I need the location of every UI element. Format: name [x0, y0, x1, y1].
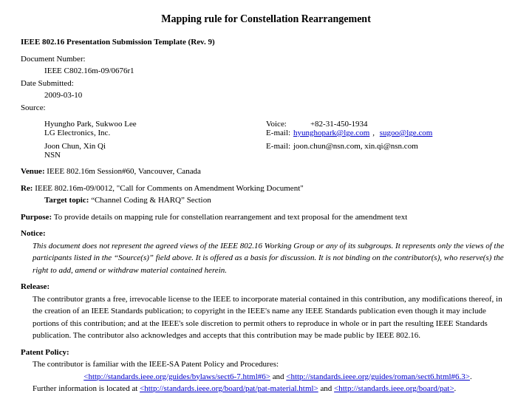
doc-number-label: Document Number: — [21, 52, 511, 65]
author2-org: NSN — [44, 150, 266, 159]
email-label1: E-mail: — [266, 128, 290, 137]
voice-label: Voice: — [266, 119, 287, 128]
page-title: Mapping rule for Constellation Rearrange… — [21, 13, 511, 25]
re-value: IEEE 802.16m-09/0012, "Call for Comments… — [35, 183, 304, 192]
purpose-label: Purpose: — [21, 212, 52, 221]
author2-name: Joon Chun, Xin Qi — [44, 141, 266, 150]
patent-text1: The contributor is familiar with the IEE… — [33, 359, 279, 368]
patent-link2[interactable]: <http://standards.ieee.org/guides/roman/… — [286, 372, 470, 381]
venue-text: IEEE 802.16m Session#60, Vancouver, Cana… — [47, 166, 201, 175]
re-label: Re: — [21, 183, 33, 192]
further-link2[interactable]: <http://standards.ieee.org/board/pat> — [334, 383, 454, 392]
voice-value: +82-31-450-1934 — [290, 119, 368, 128]
notice-text: This document does not represent the agr… — [21, 239, 511, 276]
purpose-value: To provide details on mapping rule for c… — [54, 212, 408, 221]
further-link1[interactable]: <http://standards.ieee.org/board/pat/pat… — [140, 383, 318, 392]
patent-text: The contributor is familiar with the IEE… — [21, 358, 511, 395]
patent-label: Patent Policy: — [21, 347, 69, 356]
source-label: Source: — [21, 101, 511, 114]
release-text: The contributor grants a free, irrevocab… — [21, 293, 511, 341]
release-label: Release: — [21, 282, 50, 290]
email-link1[interactable]: hyunghopark@lge.com — [293, 128, 369, 137]
date-label: Date Submitted: — [21, 77, 511, 89]
author1-name: Hyungho Park, Sukwoo Lee — [44, 119, 266, 128]
further-text: Further information is located at — [33, 383, 140, 392]
email-link2[interactable]: sugoo@lge.com — [380, 128, 433, 137]
notice-label: Notice: — [21, 228, 46, 237]
patent-and: and — [273, 372, 287, 381]
venue-label: Venue: — [21, 166, 45, 175]
author1-org: LG Electronics, Inc. — [44, 128, 266, 137]
target-text: “Channel Coding & HARQ” Section — [91, 195, 211, 204]
doc-number: IEEE C802.16m-09/0676r1 — [21, 64, 511, 77]
template-label: IEEE 802.16 Presentation Submission Temp… — [21, 37, 215, 46]
email-label2: E-mail: — [266, 141, 290, 150]
notice-italic: This document does not represent the agr… — [33, 241, 393, 250]
patent-link1[interactable]: <http://standards.ieee.org/guides/bylaws… — [83, 372, 270, 381]
date-value: 2009-03-10 — [21, 89, 511, 101]
target-label: Target topic: — [44, 195, 89, 204]
email-value3: joon.chun@nsn.com, xin.qi@nsn.com — [293, 141, 418, 150]
